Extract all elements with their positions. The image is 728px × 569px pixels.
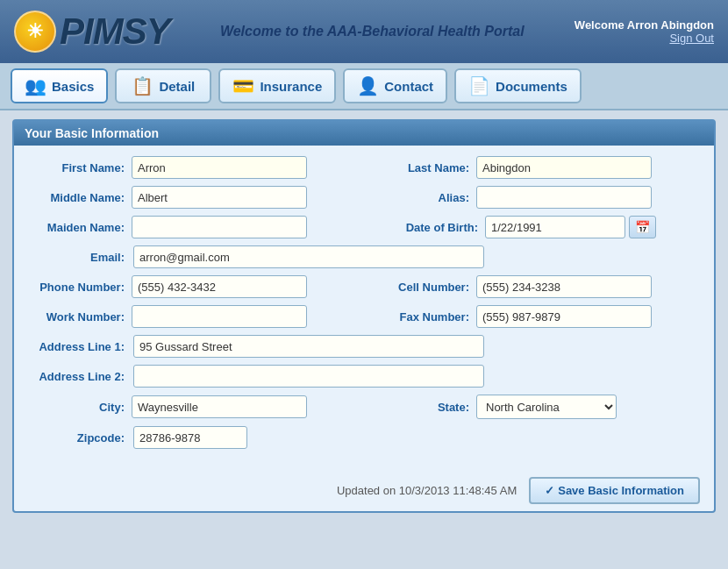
state-label: State: xyxy=(382,401,469,414)
zip-label: Zipcode: xyxy=(28,431,125,445)
zip-input[interactable] xyxy=(133,426,247,449)
tab-basics[interactable]: 👥 Basics xyxy=(11,68,108,103)
calendar-icon: 📅 xyxy=(635,220,650,234)
col-middlename: Middle Name: xyxy=(28,186,364,209)
phone-label: Phone Number: xyxy=(28,281,125,294)
dob-wrapper: 📅 xyxy=(485,216,656,238)
logo-text: PIMSY xyxy=(60,11,170,53)
col-cell: Cell Number: xyxy=(364,275,700,298)
sign-out-link[interactable]: Sign Out xyxy=(575,32,714,45)
nav-tabs: 👥 Basics 📋 Detail 💳 Insurance 👤 Contact … xyxy=(0,63,728,110)
cell-input[interactable] xyxy=(476,275,652,298)
tab-documents-label: Documents xyxy=(496,79,567,94)
first-name-label: First Name: xyxy=(28,161,125,174)
logo-icon: ☀ xyxy=(14,11,56,53)
row-work-fax: Work Number: Fax Number: xyxy=(28,305,700,328)
tab-insurance[interactable]: 💳 Insurance xyxy=(218,68,336,103)
addr2-label: Address Line 2: xyxy=(28,370,125,383)
maiden-name-label: Maiden Name: xyxy=(28,221,125,234)
tab-detail-label: Detail xyxy=(159,79,195,94)
row-name: First Name: Last Name: xyxy=(28,156,700,179)
form-panel: Your Basic Information First Name: Last … xyxy=(12,119,716,513)
work-label: Work Number: xyxy=(28,310,125,324)
city-input[interactable] xyxy=(132,395,307,418)
col-lastname: Last Name: xyxy=(364,156,700,179)
header-welcome: Welcome to the AAA-Behavioral Health Por… xyxy=(220,22,525,41)
col-maiden: Maiden Name: xyxy=(28,216,364,238)
dob-label: Date of Birth: xyxy=(382,221,478,234)
user-greeting: Welcome Arron Abingdon xyxy=(575,18,714,32)
first-name-input[interactable] xyxy=(132,156,307,179)
fax-input[interactable] xyxy=(476,305,652,328)
row-addr1: Address Line 1: xyxy=(28,335,700,358)
panel-title: Your Basic Information xyxy=(25,126,159,140)
save-button[interactable]: ✓ Save Basic Information xyxy=(529,477,700,504)
middle-name-label: Middle Name: xyxy=(28,191,125,204)
panel-header: Your Basic Information xyxy=(14,121,714,146)
work-input[interactable] xyxy=(132,305,307,328)
fax-label: Fax Number: xyxy=(382,310,469,324)
addr2-input[interactable] xyxy=(133,365,484,388)
contact-icon: 👤 xyxy=(357,75,379,96)
row-addr2: Address Line 2: xyxy=(28,365,700,388)
col-fax: Fax Number: xyxy=(364,305,700,328)
basics-icon: 👥 xyxy=(25,75,46,96)
panel-body: First Name: Last Name: Middle Name: Alia… xyxy=(14,146,714,466)
city-label: City: xyxy=(28,401,125,414)
dob-input[interactable] xyxy=(485,216,625,238)
phone-input[interactable] xyxy=(132,275,307,298)
col-alias: Alias: xyxy=(364,186,700,209)
tab-documents[interactable]: 📄 Documents xyxy=(454,68,582,103)
header-right: Welcome Arron Abingdon Sign Out xyxy=(575,18,714,45)
row-maiden-dob: Maiden Name: Date of Birth: 📅 xyxy=(28,216,700,238)
addr1-label: Address Line 1: xyxy=(28,340,125,353)
addr1-input[interactable] xyxy=(133,335,484,358)
tab-contact-label: Contact xyxy=(384,79,433,94)
row-email: Email: xyxy=(28,245,700,268)
row-zip: Zipcode: xyxy=(28,426,700,449)
alias-label: Alias: xyxy=(382,191,469,204)
email-input[interactable] xyxy=(133,245,484,268)
updated-text: Updated on 10/3/2013 11:48:45 AM xyxy=(337,484,517,497)
save-button-label: Save Basic Information xyxy=(558,484,684,497)
state-select[interactable]: AlabamaAlaskaArizonaArkansasCaliforniaCo… xyxy=(476,395,617,419)
tab-contact[interactable]: 👤 Contact xyxy=(343,68,447,103)
header: ☀ PIMSY Welcome to the AAA-Behavioral He… xyxy=(0,0,728,63)
col-firstname: First Name: xyxy=(28,156,364,179)
documents-icon: 📄 xyxy=(468,75,490,96)
col-dob: Date of Birth: 📅 xyxy=(364,216,700,238)
col-work: Work Number: xyxy=(28,305,364,328)
row-middle-alias: Middle Name: Alias: xyxy=(28,186,700,209)
last-name-label: Last Name: xyxy=(382,161,469,174)
detail-icon: 📋 xyxy=(132,75,153,96)
main-content: Your Basic Information First Name: Last … xyxy=(0,110,728,522)
footer-row: Updated on 10/3/2013 11:48:45 AM ✓ Save … xyxy=(14,470,714,511)
tab-basics-label: Basics xyxy=(52,79,94,94)
calendar-button[interactable]: 📅 xyxy=(629,216,656,238)
middle-name-input[interactable] xyxy=(132,186,307,209)
insurance-icon: 💳 xyxy=(232,75,254,96)
last-name-input[interactable] xyxy=(476,156,652,179)
alias-input[interactable] xyxy=(476,186,652,209)
row-phone-cell: Phone Number: Cell Number: xyxy=(28,275,700,298)
row-city-state: City: State: AlabamaAlaskaArizonaArkansa… xyxy=(28,395,700,419)
col-city: City: xyxy=(28,395,364,418)
col-state: State: AlabamaAlaskaArizonaArkansasCalif… xyxy=(364,395,700,419)
col-phone: Phone Number: xyxy=(28,275,364,298)
maiden-name-input[interactable] xyxy=(132,216,307,238)
tab-detail[interactable]: 📋 Detail xyxy=(115,68,211,103)
email-label: Email: xyxy=(28,251,125,264)
logo-area: ☀ PIMSY xyxy=(14,11,170,53)
checkmark-icon: ✓ xyxy=(545,484,554,497)
cell-label: Cell Number: xyxy=(382,281,469,294)
tab-insurance-label: Insurance xyxy=(260,79,322,94)
